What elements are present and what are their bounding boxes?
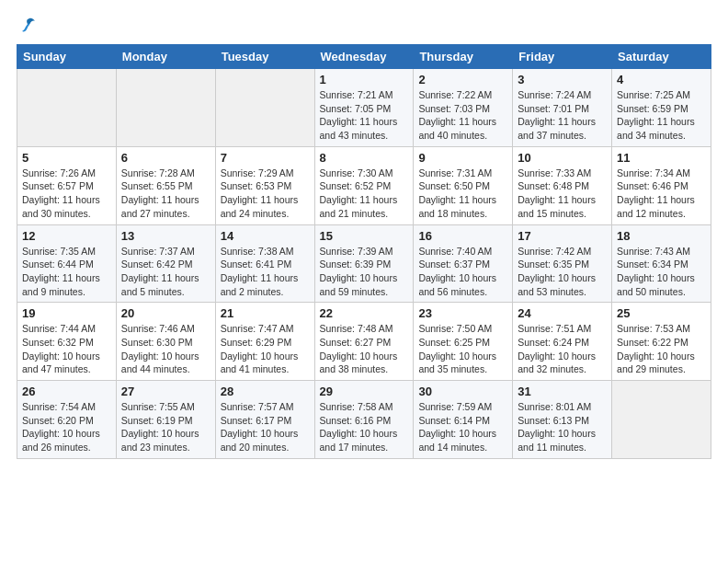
day-number: 17 [518, 229, 607, 243]
day-number: 19 [22, 306, 111, 320]
weekday-header-sunday: Sunday [17, 45, 117, 69]
day-number: 30 [418, 385, 507, 398]
day-number: 13 [121, 229, 210, 243]
day-number: 20 [121, 306, 210, 320]
weekday-header-row: SundayMondayTuesdayWednesdayThursdayFrid… [17, 45, 711, 69]
calendar-cell: 29Sunrise: 7:58 AMSunset: 6:16 PMDayligh… [314, 381, 414, 459]
day-number: 2 [418, 73, 507, 86]
day-info: Sunrise: 7:50 AMSunset: 6:25 PMDaylight:… [418, 322, 507, 376]
day-number: 16 [418, 229, 507, 243]
calendar-cell: 7Sunrise: 7:29 AMSunset: 6:53 PMDaylight… [215, 146, 314, 224]
day-info: Sunrise: 7:33 AMSunset: 6:48 PMDaylight:… [518, 167, 607, 221]
calendar-table: SundayMondayTuesdayWednesdayThursdayFrid… [17, 44, 711, 459]
calendar-week-row: 12Sunrise: 7:35 AMSunset: 6:44 PMDayligh… [17, 224, 711, 303]
day-info: Sunrise: 7:28 AMSunset: 6:55 PMDaylight:… [121, 167, 210, 221]
day-number: 3 [518, 73, 607, 86]
day-number: 6 [121, 151, 210, 165]
weekday-header-thursday: Thursday [414, 45, 513, 69]
calendar-cell: 18Sunrise: 7:43 AMSunset: 6:34 PMDayligh… [612, 224, 711, 303]
calendar-week-row: 5Sunrise: 7:26 AMSunset: 6:57 PMDaylight… [17, 146, 711, 224]
calendar-cell: 13Sunrise: 7:37 AMSunset: 6:42 PMDayligh… [116, 224, 215, 303]
day-info: Sunrise: 7:21 AMSunset: 7:05 PMDaylight:… [320, 88, 409, 143]
day-info: Sunrise: 7:42 AMSunset: 6:35 PMDaylight:… [518, 245, 607, 299]
calendar-cell: 31Sunrise: 8:01 AMSunset: 6:13 PMDayligh… [513, 381, 612, 459]
day-number: 18 [617, 229, 706, 243]
day-number: 11 [617, 151, 706, 165]
day-info: Sunrise: 7:37 AMSunset: 6:42 PMDaylight:… [121, 245, 210, 299]
calendar-cell: 1Sunrise: 7:21 AMSunset: 7:05 PMDaylight… [314, 69, 414, 147]
weekday-header-tuesday: Tuesday [215, 45, 314, 69]
day-info: Sunrise: 7:22 AMSunset: 7:03 PMDaylight:… [418, 88, 507, 143]
calendar-cell: 22Sunrise: 7:48 AMSunset: 6:27 PMDayligh… [314, 303, 414, 381]
day-info: Sunrise: 8:01 AMSunset: 6:13 PMDaylight:… [518, 400, 607, 454]
calendar-cell: 24Sunrise: 7:51 AMSunset: 6:24 PMDayligh… [513, 303, 612, 381]
day-info: Sunrise: 7:34 AMSunset: 6:46 PMDaylight:… [617, 167, 706, 221]
day-number: 24 [518, 306, 607, 320]
calendar-cell: 19Sunrise: 7:44 AMSunset: 6:32 PMDayligh… [17, 303, 117, 381]
day-info: Sunrise: 7:47 AMSunset: 6:29 PMDaylight:… [221, 322, 310, 376]
calendar-cell: 12Sunrise: 7:35 AMSunset: 6:44 PMDayligh… [17, 224, 117, 303]
logo-bird-icon [18, 17, 39, 35]
weekday-header-monday: Monday [116, 45, 215, 69]
day-info: Sunrise: 7:24 AMSunset: 7:01 PMDaylight:… [518, 88, 607, 143]
day-number: 29 [320, 385, 409, 398]
day-info: Sunrise: 7:54 AMSunset: 6:20 PMDaylight:… [22, 400, 111, 454]
day-info: Sunrise: 7:35 AMSunset: 6:44 PMDaylight:… [22, 245, 111, 299]
weekday-header-friday: Friday [513, 45, 612, 69]
calendar-cell: 21Sunrise: 7:47 AMSunset: 6:29 PMDayligh… [215, 303, 314, 381]
day-number: 23 [418, 306, 507, 320]
day-info: Sunrise: 7:43 AMSunset: 6:34 PMDaylight:… [617, 245, 706, 299]
calendar-cell: 15Sunrise: 7:39 AMSunset: 6:39 PMDayligh… [314, 224, 414, 303]
day-number: 9 [418, 151, 507, 165]
calendar-cell: 17Sunrise: 7:42 AMSunset: 6:35 PMDayligh… [513, 224, 612, 303]
calendar-cell: 23Sunrise: 7:50 AMSunset: 6:25 PMDayligh… [414, 303, 513, 381]
day-info: Sunrise: 7:40 AMSunset: 6:37 PMDaylight:… [418, 245, 507, 299]
day-info: Sunrise: 7:51 AMSunset: 6:24 PMDaylight:… [518, 322, 607, 376]
header [17, 17, 711, 35]
calendar-cell [17, 69, 117, 147]
calendar-cell: 30Sunrise: 7:59 AMSunset: 6:14 PMDayligh… [414, 381, 513, 459]
day-number: 1 [320, 73, 409, 86]
day-number: 31 [518, 385, 607, 398]
weekday-header-wednesday: Wednesday [314, 45, 414, 69]
day-info: Sunrise: 7:39 AMSunset: 6:39 PMDaylight:… [320, 245, 409, 299]
day-info: Sunrise: 7:38 AMSunset: 6:41 PMDaylight:… [221, 245, 310, 299]
day-number: 14 [221, 229, 310, 243]
calendar-cell: 16Sunrise: 7:40 AMSunset: 6:37 PMDayligh… [414, 224, 513, 303]
calendar-cell: 6Sunrise: 7:28 AMSunset: 6:55 PMDaylight… [116, 146, 215, 224]
day-number: 8 [320, 151, 409, 165]
calendar-week-row: 19Sunrise: 7:44 AMSunset: 6:32 PMDayligh… [17, 303, 711, 381]
day-number: 22 [320, 306, 409, 320]
calendar-cell: 25Sunrise: 7:53 AMSunset: 6:22 PMDayligh… [612, 303, 711, 381]
day-info: Sunrise: 7:30 AMSunset: 6:52 PMDaylight:… [320, 167, 409, 221]
calendar-cell [612, 381, 711, 459]
calendar-cell: 11Sunrise: 7:34 AMSunset: 6:46 PMDayligh… [612, 146, 711, 224]
day-info: Sunrise: 7:44 AMSunset: 6:32 PMDaylight:… [22, 322, 111, 376]
day-info: Sunrise: 7:31 AMSunset: 6:50 PMDaylight:… [418, 167, 507, 221]
day-info: Sunrise: 7:57 AMSunset: 6:17 PMDaylight:… [221, 400, 310, 454]
logo [17, 17, 39, 35]
calendar-cell: 28Sunrise: 7:57 AMSunset: 6:17 PMDayligh… [215, 381, 314, 459]
calendar-cell [116, 69, 215, 147]
day-number: 26 [22, 385, 111, 398]
calendar-cell: 10Sunrise: 7:33 AMSunset: 6:48 PMDayligh… [513, 146, 612, 224]
day-info: Sunrise: 7:53 AMSunset: 6:22 PMDaylight:… [617, 322, 706, 376]
day-number: 12 [22, 229, 111, 243]
calendar-cell: 2Sunrise: 7:22 AMSunset: 7:03 PMDaylight… [414, 69, 513, 147]
day-info: Sunrise: 7:46 AMSunset: 6:30 PMDaylight:… [121, 322, 210, 376]
day-number: 10 [518, 151, 607, 165]
day-number: 4 [617, 73, 706, 86]
day-info: Sunrise: 7:25 AMSunset: 6:59 PMDaylight:… [617, 88, 706, 143]
day-number: 28 [221, 385, 310, 398]
day-number: 5 [22, 151, 111, 165]
calendar-cell: 20Sunrise: 7:46 AMSunset: 6:30 PMDayligh… [116, 303, 215, 381]
calendar-cell: 27Sunrise: 7:55 AMSunset: 6:19 PMDayligh… [116, 381, 215, 459]
calendar-cell: 14Sunrise: 7:38 AMSunset: 6:41 PMDayligh… [215, 224, 314, 303]
calendar-cell [215, 69, 314, 147]
day-number: 25 [617, 306, 706, 320]
day-info: Sunrise: 7:58 AMSunset: 6:16 PMDaylight:… [320, 400, 409, 454]
day-info: Sunrise: 7:26 AMSunset: 6:57 PMDaylight:… [22, 167, 111, 221]
calendar-week-row: 1Sunrise: 7:21 AMSunset: 7:05 PMDaylight… [17, 69, 711, 147]
calendar-cell: 26Sunrise: 7:54 AMSunset: 6:20 PMDayligh… [17, 381, 117, 459]
weekday-header-saturday: Saturday [612, 45, 711, 69]
